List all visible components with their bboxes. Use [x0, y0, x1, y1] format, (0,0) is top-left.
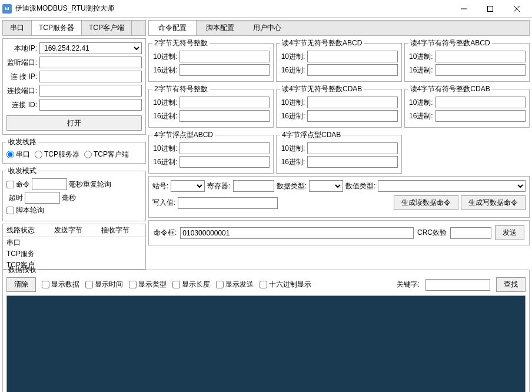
writeval-label: 写入值: — [152, 198, 175, 208]
open-button[interactable]: 打开 — [6, 115, 142, 131]
cmd-frame-panel: 命令框: CRC效验 发送 — [148, 220, 530, 245]
radio-tcp-client[interactable]: TCP客户端 — [84, 150, 129, 160]
mode-group: 收发模式 命令 毫秒重复轮询 超时 毫秒 脚本轮询 — [2, 166, 146, 221]
conv-g5-hex[interactable] — [307, 110, 397, 122]
radio-serial[interactable]: 串口 — [6, 150, 30, 160]
tab-tcp-client[interactable]: TCP客户端 — [82, 21, 132, 35]
conv-g6-dec[interactable] — [435, 97, 526, 108]
keyword-label: 关键字: — [397, 280, 420, 290]
maximize-button[interactable] — [477, 1, 503, 17]
conv-g1-dec[interactable] — [179, 51, 270, 62]
repeat-suffix: 毫秒重复轮询 — [69, 180, 111, 190]
table-row: TCP服务 — [3, 248, 145, 260]
conv-g7-hex[interactable] — [179, 156, 270, 168]
clear-button[interactable]: 清除 — [6, 277, 36, 292]
local-ip-select[interactable]: 169.254.22.41 — [39, 42, 142, 54]
conn-ip-label: 连 接 IP: — [6, 72, 37, 82]
connection-panel: 本地IP: 169.254.22.41 监听端口: 连 接 IP: 连接端口: … — [2, 38, 146, 135]
col-sent: 发送字节 — [51, 224, 98, 237]
tab-user-center[interactable]: 用户中心 — [244, 21, 291, 35]
dtype-select[interactable] — [309, 180, 343, 192]
conv-g7-dec[interactable] — [179, 142, 270, 154]
cmd-checkbox[interactable]: 命令 — [6, 180, 30, 190]
crc-label: CRC效验 — [417, 228, 447, 238]
recv-panel: 数据接收 清除 显示数据 显示时间 显示类型 显示长度 显示发送 十六进制显示 … — [2, 265, 530, 392]
conv-g4-hex[interactable] — [179, 110, 270, 122]
generate-panel: 站号: 寄存器: 数据类型: 数值类型: 写入值: 生成读数据命令 生成写数据命… — [148, 176, 530, 218]
tab-script-config[interactable]: 脚本配置 — [197, 21, 244, 35]
station-select[interactable] — [171, 180, 205, 192]
recv-legend: 数据接收 — [6, 265, 38, 275]
tab-tcp-server[interactable]: TCP服务器 — [32, 21, 82, 35]
conv-g3-dec[interactable] — [435, 51, 526, 62]
reg-input[interactable] — [233, 180, 274, 192]
crc-input[interactable] — [450, 227, 491, 239]
recv-output[interactable] — [6, 295, 526, 392]
conv-g8-dec[interactable] — [307, 142, 397, 154]
conn-port-label: 连接端口: — [6, 86, 37, 96]
cmdframe-label: 命令框: — [154, 228, 177, 238]
local-ip-label: 本地IP: — [6, 44, 37, 54]
vtype-select[interactable] — [378, 180, 526, 192]
show-type-checkbox[interactable]: 显示类型 — [129, 280, 167, 290]
conv-4byte-unsigned-abcd: 读4字节无符号整数ABCD 10进制: 16进制: — [276, 38, 401, 82]
conn-ip-input[interactable] — [39, 71, 142, 82]
station-label: 站号: — [152, 181, 168, 191]
col-line: 线路状态 — [3, 224, 51, 237]
conv-g4-dec[interactable] — [179, 97, 270, 108]
window-title: 伊迪派MODBUS_RTU测控大师 — [15, 4, 450, 14]
send-button[interactable]: 发送 — [495, 225, 524, 240]
conv-4byte-signed-cdab: 读4字节有符号整数CDAB 10进制: 16进制: — [404, 84, 530, 128]
conv-4byte-float-abcd: 4字节浮点型ABCD 10进制: 16进制: — [148, 130, 274, 174]
titlebar: id 伊迪派MODBUS_RTU测控大师 — [0, 0, 532, 18]
config-tabs: 命令配置 脚本配置 用户中心 — [148, 20, 530, 36]
tab-cmd-config[interactable]: 命令配置 — [149, 21, 197, 35]
gen-read-button[interactable]: 生成读数据命令 — [394, 195, 458, 210]
timeout-suffix: 毫秒 — [62, 193, 76, 203]
writeval-input[interactable] — [178, 197, 278, 209]
status-table: 线路状态 发送字节 接收字节 串口 TCP服务 TCP客户 — [2, 224, 146, 270]
conversion-grid: 2字节无符号整数 10进制: 16进制: 读4字节无符号整数ABCD 10进制:… — [148, 38, 530, 174]
radio-tcp-server[interactable]: TCP服务器 — [35, 150, 79, 160]
line-group: 收发线路 串口 TCP服务器 TCP客户端 — [2, 137, 146, 164]
show-send-checkbox[interactable]: 显示发送 — [216, 280, 254, 290]
conn-id-input[interactable] — [39, 99, 142, 111]
show-len-checkbox[interactable]: 显示长度 — [172, 280, 210, 290]
show-time-checkbox[interactable]: 显示时间 — [85, 280, 123, 290]
conv-2byte-unsigned: 2字节无符号整数 10进制: 16进制: — [148, 38, 274, 82]
conv-g1-hex[interactable] — [179, 64, 270, 76]
listen-port-input[interactable] — [39, 57, 142, 68]
table-row: 串口 — [3, 237, 145, 249]
connection-tabs: 串口 TCP服务器 TCP客户端 — [2, 20, 146, 36]
conv-4byte-float-cdab: 4字节浮点型CDAB 10进制: 16进制: — [276, 130, 401, 174]
show-data-checkbox[interactable]: 显示数据 — [42, 280, 79, 290]
listen-port-label: 监听端口: — [6, 58, 37, 68]
conv-g8-hex[interactable] — [307, 156, 397, 168]
conv-4byte-unsigned-cdab: 读4字节无符号整数CDAB 10进制: 16进制: — [276, 84, 401, 128]
keyword-input[interactable] — [425, 279, 490, 291]
conv-g2-hex[interactable] — [307, 64, 397, 76]
mode-legend: 收发模式 — [6, 166, 38, 176]
conn-id-label: 连接 ID: — [6, 100, 37, 110]
cmdframe-input[interactable] — [180, 227, 414, 239]
vtype-label: 数值类型: — [345, 181, 375, 191]
conv-g2-dec[interactable] — [307, 51, 397, 62]
conn-port-input[interactable] — [39, 85, 142, 97]
conv-g5-dec[interactable] — [307, 97, 397, 108]
svg-rect-1 — [487, 6, 493, 11]
minimize-button[interactable] — [450, 1, 477, 17]
show-hex-checkbox[interactable]: 十六进制显示 — [260, 280, 311, 290]
col-recv: 接收字节 — [98, 224, 145, 237]
search-button[interactable]: 查找 — [496, 277, 526, 292]
close-button[interactable] — [503, 1, 530, 17]
conv-g6-hex[interactable] — [435, 110, 526, 122]
timeout-input[interactable] — [25, 192, 60, 204]
tab-serial[interactable]: 串口 — [3, 21, 32, 35]
line-legend: 收发线路 — [6, 137, 38, 147]
repeat-ms-input[interactable] — [32, 178, 67, 190]
dtype-label: 数据类型: — [277, 181, 307, 191]
script-poll-checkbox[interactable]: 脚本轮询 — [6, 205, 44, 215]
conv-g3-hex[interactable] — [435, 64, 526, 76]
gen-write-button[interactable]: 生成写数据命令 — [461, 195, 526, 210]
app-icon: id — [2, 4, 12, 14]
